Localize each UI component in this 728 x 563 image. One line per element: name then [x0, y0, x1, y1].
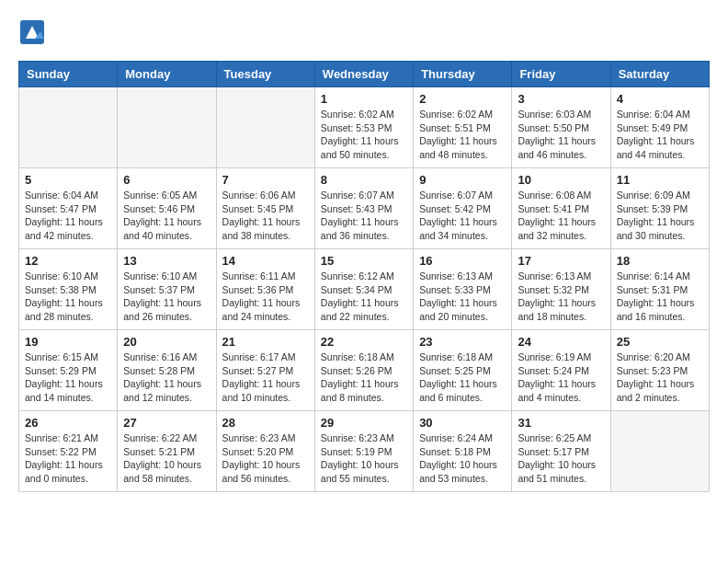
calendar-cell: 3Sunrise: 6:03 AM Sunset: 5:50 PM Daylig… — [512, 87, 610, 168]
calendar-table: SundayMondayTuesdayWednesdayThursdayFrid… — [18, 61, 710, 492]
calendar-cell: 18Sunrise: 6:14 AM Sunset: 5:31 PM Dayli… — [610, 249, 709, 330]
day-number: 14 — [222, 254, 309, 268]
calendar-cell: 24Sunrise: 6:19 AM Sunset: 5:24 PM Dayli… — [512, 330, 610, 411]
day-info: Sunrise: 6:22 AM Sunset: 5:21 PM Dayligh… — [123, 431, 210, 486]
calendar-cell: 21Sunrise: 6:17 AM Sunset: 5:27 PM Dayli… — [216, 330, 314, 411]
weekday-header-saturday: Saturday — [610, 62, 709, 87]
calendar-cell: 7Sunrise: 6:06 AM Sunset: 5:45 PM Daylig… — [216, 168, 314, 249]
calendar-cell: 19Sunrise: 6:15 AM Sunset: 5:29 PM Dayli… — [19, 330, 118, 411]
calendar-cell: 17Sunrise: 6:13 AM Sunset: 5:32 PM Dayli… — [512, 249, 610, 330]
day-number: 11 — [617, 173, 703, 187]
day-number: 7 — [222, 173, 309, 187]
calendar-cell: 15Sunrise: 6:12 AM Sunset: 5:34 PM Dayli… — [314, 249, 413, 330]
day-info: Sunrise: 6:10 AM Sunset: 5:38 PM Dayligh… — [25, 270, 111, 324]
day-number: 2 — [419, 92, 506, 106]
day-number: 10 — [518, 173, 604, 187]
calendar-cell: 8Sunrise: 6:07 AM Sunset: 5:43 PM Daylig… — [314, 168, 413, 249]
day-number: 23 — [419, 335, 506, 349]
day-number: 20 — [123, 335, 210, 349]
day-info: Sunrise: 6:23 AM Sunset: 5:19 PM Dayligh… — [321, 431, 407, 486]
day-number: 24 — [518, 335, 604, 349]
calendar-cell: 28Sunrise: 6:23 AM Sunset: 5:20 PM Dayli… — [216, 411, 314, 492]
day-number: 6 — [123, 173, 210, 187]
weekday-header-row: SundayMondayTuesdayWednesdayThursdayFrid… — [19, 62, 710, 87]
day-info: Sunrise: 6:19 AM Sunset: 5:24 PM Dayligh… — [518, 350, 604, 405]
day-info: Sunrise: 6:07 AM Sunset: 5:43 PM Dayligh… — [321, 189, 407, 243]
day-info: Sunrise: 6:23 AM Sunset: 5:20 PM Dayligh… — [222, 431, 309, 486]
week-row-1: 1Sunrise: 6:02 AM Sunset: 5:53 PM Daylig… — [19, 87, 710, 168]
day-info: Sunrise: 6:08 AM Sunset: 5:41 PM Dayligh… — [518, 189, 604, 243]
calendar-cell: 4Sunrise: 6:04 AM Sunset: 5:49 PM Daylig… — [610, 87, 709, 168]
calendar-cell: 29Sunrise: 6:23 AM Sunset: 5:19 PM Dayli… — [314, 411, 413, 492]
day-info: Sunrise: 6:02 AM Sunset: 5:53 PM Dayligh… — [321, 108, 407, 162]
day-info: Sunrise: 6:16 AM Sunset: 5:28 PM Dayligh… — [123, 350, 210, 405]
day-number: 8 — [321, 173, 407, 187]
calendar-cell: 9Sunrise: 6:07 AM Sunset: 5:42 PM Daylig… — [414, 168, 512, 249]
day-info: Sunrise: 6:12 AM Sunset: 5:34 PM Dayligh… — [321, 270, 407, 324]
calendar-cell: 27Sunrise: 6:22 AM Sunset: 5:21 PM Dayli… — [118, 411, 216, 492]
day-number: 26 — [25, 416, 111, 430]
calendar-cell: 22Sunrise: 6:18 AM Sunset: 5:26 PM Dayli… — [314, 330, 413, 411]
day-info: Sunrise: 6:18 AM Sunset: 5:25 PM Dayligh… — [419, 350, 506, 405]
day-info: Sunrise: 6:11 AM Sunset: 5:36 PM Dayligh… — [222, 270, 309, 324]
calendar-cell: 6Sunrise: 6:05 AM Sunset: 5:46 PM Daylig… — [118, 168, 216, 249]
day-number: 13 — [123, 254, 210, 268]
day-number: 1 — [321, 92, 407, 106]
day-info: Sunrise: 6:24 AM Sunset: 5:18 PM Dayligh… — [419, 431, 506, 486]
day-number: 31 — [518, 416, 604, 430]
day-number: 30 — [419, 416, 506, 430]
day-number: 17 — [518, 254, 604, 268]
day-info: Sunrise: 6:15 AM Sunset: 5:29 PM Dayligh… — [25, 350, 111, 405]
day-number: 4 — [617, 92, 703, 106]
day-number: 9 — [419, 173, 506, 187]
day-number: 3 — [518, 92, 604, 106]
day-info: Sunrise: 6:20 AM Sunset: 5:23 PM Dayligh… — [617, 350, 703, 405]
day-number: 15 — [321, 254, 407, 268]
day-number: 25 — [617, 335, 703, 349]
day-number: 28 — [222, 416, 309, 430]
day-info: Sunrise: 6:18 AM Sunset: 5:26 PM Dayligh… — [321, 350, 407, 405]
week-row-4: 19Sunrise: 6:15 AM Sunset: 5:29 PM Dayli… — [19, 330, 710, 411]
calendar-cell: 11Sunrise: 6:09 AM Sunset: 5:39 PM Dayli… — [610, 168, 709, 249]
calendar-cell: 10Sunrise: 6:08 AM Sunset: 5:41 PM Dayli… — [512, 168, 610, 249]
day-number: 22 — [321, 335, 407, 349]
calendar-cell: 23Sunrise: 6:18 AM Sunset: 5:25 PM Dayli… — [414, 330, 512, 411]
calendar-cell: 5Sunrise: 6:04 AM Sunset: 5:47 PM Daylig… — [19, 168, 118, 249]
calendar-cell: 31Sunrise: 6:25 AM Sunset: 5:17 PM Dayli… — [512, 411, 610, 492]
weekday-header-sunday: Sunday — [19, 62, 118, 87]
day-info: Sunrise: 6:03 AM Sunset: 5:50 PM Dayligh… — [518, 108, 604, 162]
day-number: 5 — [25, 173, 111, 187]
calendar-cell: 30Sunrise: 6:24 AM Sunset: 5:18 PM Dayli… — [414, 411, 512, 492]
calendar-cell: 13Sunrise: 6:10 AM Sunset: 5:37 PM Dayli… — [118, 249, 216, 330]
calendar-cell: 12Sunrise: 6:10 AM Sunset: 5:38 PM Dayli… — [19, 249, 118, 330]
weekday-header-tuesday: Tuesday — [216, 62, 314, 87]
page-header — [18, 18, 710, 46]
calendar-cell — [19, 87, 118, 168]
calendar-cell: 2Sunrise: 6:02 AM Sunset: 5:51 PM Daylig… — [414, 87, 512, 168]
day-info: Sunrise: 6:21 AM Sunset: 5:22 PM Dayligh… — [25, 431, 111, 486]
day-info: Sunrise: 6:02 AM Sunset: 5:51 PM Dayligh… — [419, 108, 506, 162]
day-info: Sunrise: 6:13 AM Sunset: 5:32 PM Dayligh… — [518, 270, 604, 324]
day-number: 27 — [123, 416, 210, 430]
logo — [18, 18, 50, 46]
week-row-5: 26Sunrise: 6:21 AM Sunset: 5:22 PM Dayli… — [19, 411, 710, 492]
day-info: Sunrise: 6:07 AM Sunset: 5:42 PM Dayligh… — [419, 189, 506, 243]
day-info: Sunrise: 6:14 AM Sunset: 5:31 PM Dayligh… — [617, 270, 703, 324]
day-number: 29 — [321, 416, 407, 430]
logo-icon — [18, 18, 46, 46]
calendar-cell — [118, 87, 216, 168]
calendar-cell: 1Sunrise: 6:02 AM Sunset: 5:53 PM Daylig… — [314, 87, 413, 168]
calendar-cell: 16Sunrise: 6:13 AM Sunset: 5:33 PM Dayli… — [414, 249, 512, 330]
calendar-cell: 20Sunrise: 6:16 AM Sunset: 5:28 PM Dayli… — [118, 330, 216, 411]
day-info: Sunrise: 6:04 AM Sunset: 5:49 PM Dayligh… — [617, 108, 703, 162]
day-number: 21 — [222, 335, 309, 349]
weekday-header-friday: Friday — [512, 62, 610, 87]
calendar-cell — [610, 411, 709, 492]
day-number: 18 — [617, 254, 703, 268]
day-info: Sunrise: 6:17 AM Sunset: 5:27 PM Dayligh… — [222, 350, 309, 405]
weekday-header-monday: Monday — [118, 62, 216, 87]
calendar-cell: 14Sunrise: 6:11 AM Sunset: 5:36 PM Dayli… — [216, 249, 314, 330]
day-info: Sunrise: 6:05 AM Sunset: 5:46 PM Dayligh… — [123, 189, 210, 243]
calendar-cell — [216, 87, 314, 168]
weekday-header-thursday: Thursday — [414, 62, 512, 87]
